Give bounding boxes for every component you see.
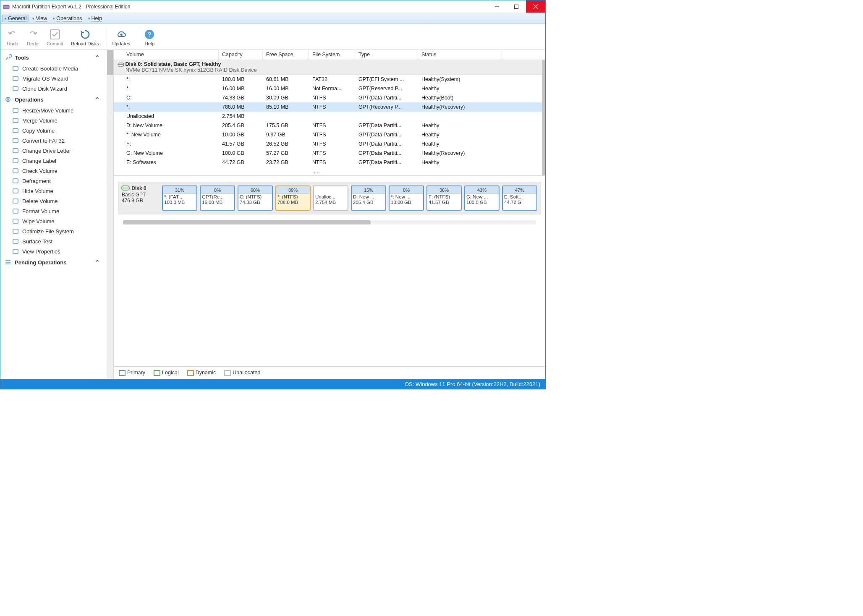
delete-icon bbox=[12, 198, 19, 204]
diskmap-partition[interactable]: 31% *: (FAT... 100.0 MB bbox=[162, 185, 197, 211]
sidebar-item-check[interactable]: Check Volume bbox=[0, 166, 113, 176]
table-row[interactable]: E: Softwares 44.72 GB 23.72 GB NTFS GPT(… bbox=[114, 158, 545, 167]
col-free[interactable]: Free Space bbox=[263, 50, 309, 60]
table-row[interactable]: *: 788.0 MB 85.10 MB NTFS GPT(Recovery P… bbox=[114, 102, 545, 112]
diskmap-partition[interactable]: 0% GPT(Re... 16.00 MB bbox=[200, 185, 235, 211]
sidebar-item-optimize[interactable]: Optimize File System bbox=[0, 226, 113, 236]
sidebar-item-defrag[interactable]: Defragment bbox=[0, 176, 113, 186]
merge-icon bbox=[12, 117, 19, 124]
commit-button[interactable]: Commit bbox=[44, 27, 66, 47]
sidebar-section-tools[interactable]: Tools ⌃ bbox=[0, 52, 113, 63]
list-icon bbox=[5, 259, 11, 266]
menu-general[interactable]: ▾General bbox=[2, 15, 29, 22]
close-button[interactable] bbox=[526, 0, 545, 13]
partition-label: G: New ... bbox=[465, 194, 499, 200]
help-button[interactable]: ?Help bbox=[141, 27, 158, 47]
updates-button[interactable]: Updates bbox=[110, 27, 133, 47]
reload-icon bbox=[79, 29, 91, 40]
sidebar-section-operations[interactable]: Operations ⌃ bbox=[0, 94, 113, 105]
col-filesystem[interactable]: File System bbox=[309, 50, 355, 60]
content-area: Volume Capacity Free Space File System T… bbox=[114, 50, 545, 379]
check-icon bbox=[12, 167, 19, 174]
table-row[interactable]: D: New Volume 205.4 GB 175.5 GB NTFS GPT… bbox=[114, 121, 545, 130]
diskmap-info[interactable]: Disk 0 Basic GPT 476.9 GB bbox=[122, 185, 160, 204]
diskmap-partition[interactable]: 89% *: (NTFS) 788.0 MB bbox=[275, 185, 311, 211]
sidebar-item-label[interactable]: Change Label bbox=[0, 156, 113, 166]
sidebar-item-migrate[interactable]: Migrate OS Wizard bbox=[0, 73, 113, 84]
sidebar-scrollbar[interactable] bbox=[107, 50, 113, 379]
diskmap-partition[interactable]: 36% F: (NTFS) 41.57 GB bbox=[426, 185, 462, 211]
gear-icon bbox=[5, 96, 11, 103]
menu-operations[interactable]: ▾Operations bbox=[50, 15, 84, 22]
diskmap-partition[interactable]: 47% E: Soft... 44.72 G bbox=[502, 185, 537, 211]
partition-label: *: (FAT... bbox=[163, 194, 196, 200]
diskmap-partition[interactable]: 0% *: New ... 10.00 GB bbox=[389, 185, 424, 211]
copy-icon bbox=[12, 127, 19, 134]
svg-text:?: ? bbox=[148, 31, 152, 38]
table-scrollbar[interactable] bbox=[542, 60, 545, 175]
sidebar-item-surface[interactable]: Surface Test bbox=[0, 236, 113, 246]
diskmap-hscroll[interactable] bbox=[123, 220, 536, 224]
sidebar-item-label: Hide Volume bbox=[22, 188, 53, 194]
maximize-button[interactable] bbox=[507, 0, 526, 13]
table-row[interactable]: *: New Volume 10.00 GB 9.97 GB NTFS GPT(… bbox=[114, 130, 545, 139]
sidebar-item-copy[interactable]: Copy Volume bbox=[0, 125, 113, 136]
sidebar-item-props[interactable]: View Properties bbox=[0, 246, 113, 256]
diskmap-partition[interactable]: 43% G: New ... 100.0 GB bbox=[464, 185, 499, 211]
sidebar-item-clone[interactable]: Clone Disk Wizard bbox=[0, 84, 113, 94]
disk-model: NVMe BC711 NVMe SK hynix 512GB RAID Disk… bbox=[118, 67, 543, 73]
partition-size: 100.0 MB bbox=[163, 200, 196, 205]
table-header: Volume Capacity Free Space File System T… bbox=[114, 50, 545, 60]
sidebar-section-pending[interactable]: Pending Operations ⌃ bbox=[0, 256, 113, 268]
svg-rect-25 bbox=[13, 219, 18, 223]
reload-button[interactable]: Reload Disks bbox=[68, 27, 102, 47]
partition-size: 74.33 GB bbox=[238, 200, 272, 205]
sidebar-item-letter[interactable]: Change Drive Letter bbox=[0, 146, 113, 156]
col-status[interactable]: Status bbox=[418, 50, 502, 60]
volume-table: Volume Capacity Free Space File System T… bbox=[114, 50, 545, 176]
table-row[interactable]: *: 100.0 MB 68.61 MB FAT32 GPT(EFI Syste… bbox=[114, 75, 545, 84]
toolbar-separator bbox=[138, 28, 138, 47]
sidebar-item-hide[interactable]: Hide Volume bbox=[0, 186, 113, 196]
sidebar-item-label: Wipe Volume bbox=[22, 218, 55, 224]
svg-rect-1 bbox=[3, 5, 9, 6]
table-row[interactable]: Unallocated 2.754 MB bbox=[114, 112, 545, 121]
partition-usage: 60% bbox=[238, 186, 272, 194]
table-row[interactable]: G: New Volume 100.0 GB 57.27 GB NTFS GPT… bbox=[114, 149, 545, 158]
sidebar-item-label: View Properties bbox=[22, 248, 60, 255]
col-capacity[interactable]: Capacity bbox=[219, 50, 263, 60]
sidebar-item-label: Resize/Move Volume bbox=[22, 107, 73, 114]
sidebar-item-wipe[interactable]: Wipe Volume bbox=[0, 216, 113, 226]
undo-button[interactable]: Undo bbox=[4, 27, 21, 47]
sidebar-item-resize[interactable]: Resize/Move Volume bbox=[0, 105, 113, 115]
svg-rect-17 bbox=[13, 138, 18, 143]
sidebar-item-merge[interactable]: Merge Volume bbox=[0, 115, 113, 125]
partition-label: Unalloc... bbox=[314, 194, 348, 200]
diskmap-partition[interactable]: 60% C: (NTFS) 74.33 GB bbox=[238, 185, 273, 211]
menu-view[interactable]: ▾View bbox=[30, 15, 50, 22]
diskmap-area: Disk 0 Basic GPT 476.9 GB 31% *: (FAT...… bbox=[114, 176, 545, 366]
svg-rect-14 bbox=[13, 108, 18, 112]
diskmap-partition[interactable]: Unalloc... 2.754 MB bbox=[313, 185, 348, 211]
legend-logical: Logical bbox=[154, 370, 179, 376]
window-title: Macrorit Partition Expert v6.1.2 - Profe… bbox=[12, 4, 487, 10]
help-icon: ? bbox=[144, 29, 155, 40]
chevron-down-icon: ▾ bbox=[5, 16, 7, 21]
table-row[interactable]: *: 16.00 MB 16.00 MB Not Forma... GPT(Re… bbox=[114, 84, 545, 93]
partition-size: 16.00 MB bbox=[201, 200, 234, 205]
sidebar-item-format[interactable]: Format Volume bbox=[0, 206, 113, 216]
redo-button[interactable]: Redo bbox=[24, 27, 42, 47]
table-row[interactable]: C: 74.33 GB 30.09 GB NTFS GPT(Data Parti… bbox=[114, 93, 545, 102]
optimize-icon bbox=[12, 228, 19, 235]
diskmap-partition[interactable]: 15% D: New ... 205.4 GB bbox=[351, 185, 386, 211]
col-type[interactable]: Type bbox=[355, 50, 418, 60]
menu-help[interactable]: ▾Help bbox=[86, 15, 105, 22]
col-volume[interactable]: Volume bbox=[114, 50, 219, 60]
sidebar-item-usb[interactable]: Create Bootable Media bbox=[0, 63, 113, 73]
sidebar-item-convert[interactable]: Convert to FAT32 bbox=[0, 136, 113, 146]
table-row[interactable]: F: 41.57 GB 26.52 GB NTFS GPT(Data Parti… bbox=[114, 139, 545, 149]
disk-header[interactable]: Disk 0: Solid state, Basic GPT, Healthy … bbox=[114, 60, 545, 75]
minimize-button[interactable] bbox=[487, 0, 507, 13]
svg-rect-19 bbox=[13, 159, 18, 163]
sidebar-item-delete[interactable]: Delete Volume bbox=[0, 196, 113, 206]
